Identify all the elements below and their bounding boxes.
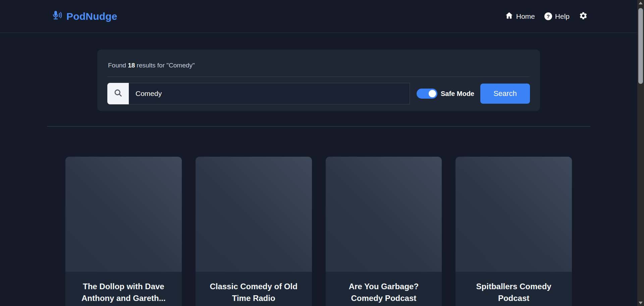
nav-help[interactable]: ? Help: [544, 12, 570, 20]
section-divider: [47, 126, 590, 126]
scrollbar-up-button[interactable]: [637, 0, 644, 6]
app-title: PodNudge: [66, 11, 117, 22]
app-logo[interactable]: PodNudge: [51, 11, 117, 22]
podcast-artwork: [196, 157, 312, 272]
podcast-artwork: [455, 157, 572, 272]
podcast-artwork: [326, 157, 442, 272]
podcast-title: Spitballers Comedy Podcast: [465, 280, 562, 304]
scrollbar-down-button[interactable]: [637, 300, 644, 306]
podcast-title: Are You Garbage? Comedy Podcast: [335, 280, 432, 304]
safe-mode-label: Safe Mode: [441, 90, 474, 98]
nav-home-label: Home: [516, 12, 535, 20]
triangle-down-icon: [639, 302, 643, 304]
page-viewport: PodNudge Home ? Help: [0, 0, 637, 306]
magnifier-icon: [113, 88, 123, 99]
search-icon-box: [107, 83, 129, 104]
main-nav: Home ? Help: [505, 11, 588, 21]
search-panel: Found 18 results for "Comedy" Safe Mode …: [97, 50, 540, 111]
scrollbar-thumb[interactable]: [638, 8, 643, 84]
search-button[interactable]: Search: [480, 84, 530, 104]
toggle-knob: [429, 90, 436, 97]
podcast-card-body: Spitballers Comedy Podcast Comedy Podcas…: [455, 272, 572, 306]
podcast-card-body: The Dollop with Dave Anthony and Gareth.…: [65, 272, 182, 306]
results-prefix: Found: [108, 62, 126, 69]
gear-icon: [579, 11, 588, 21]
podcast-card[interactable]: Are You Garbage? Comedy Podcast Kevin Ry…: [326, 157, 442, 306]
podcast-card[interactable]: The Dollop with Dave Anthony and Gareth.…: [65, 157, 182, 306]
settings-button[interactable]: [579, 11, 588, 21]
search-input[interactable]: [129, 83, 410, 104]
podcast-title: Classic Comedy of Old Time Radio: [205, 280, 302, 304]
nav-help-label: Help: [555, 12, 570, 20]
nav-home[interactable]: Home: [505, 11, 535, 21]
podcast-artwork: [65, 157, 182, 272]
results-count: 18: [128, 62, 135, 69]
vertical-scrollbar[interactable]: [637, 0, 644, 306]
podcast-card-body: Are You Garbage? Comedy Podcast Kevin Ry…: [326, 272, 442, 306]
podcast-card[interactable]: Spitballers Comedy Podcast Comedy Podcas…: [455, 157, 572, 306]
microphone-broadcast-icon: [51, 11, 62, 22]
triangle-up-icon: [639, 2, 643, 4]
podcast-title: The Dollop with Dave Anthony and Gareth.…: [75, 280, 172, 304]
results-suffix: results for "Comedy": [137, 62, 195, 69]
question-circle-icon: ?: [544, 12, 552, 20]
podcast-card[interactable]: Classic Comedy of Old Time Radio Ronald …: [196, 157, 312, 306]
app-header: PodNudge Home ? Help: [0, 0, 637, 33]
results-grid: The Dollop with Dave Anthony and Gareth.…: [65, 157, 572, 306]
podcast-card-body: Classic Comedy of Old Time Radio Ronald …: [196, 272, 312, 306]
safe-mode-toggle[interactable]: [417, 89, 437, 99]
house-icon: [505, 11, 513, 21]
search-controls: Safe Mode Search: [107, 76, 530, 104]
results-summary: Found 18 results for "Comedy": [107, 62, 530, 69]
